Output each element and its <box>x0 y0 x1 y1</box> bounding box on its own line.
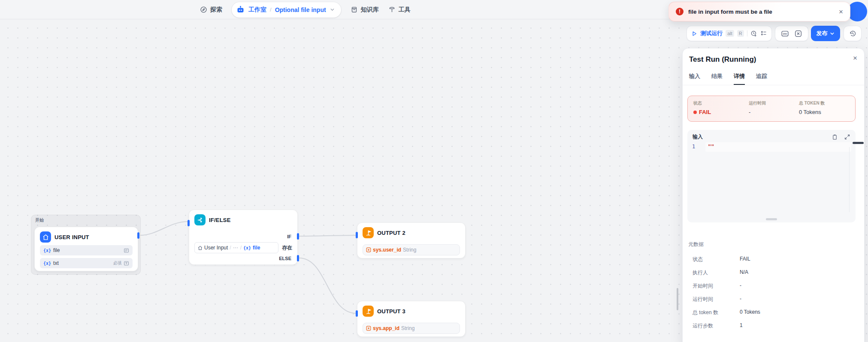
toolbar-divider <box>747 30 747 36</box>
node-ifelse[interactable]: IF/ELSE IF User Input / ⋯ / {x} file 存在 … <box>189 210 298 265</box>
compass-icon <box>200 6 207 13</box>
flag-icon <box>363 227 374 238</box>
play-icon[interactable] <box>691 30 697 37</box>
if-output-port[interactable] <box>297 233 299 240</box>
meta-row-steps: 运行步数 1 <box>693 322 743 330</box>
node-output-3[interactable]: OUTPUT 3 sys.app_id String <box>357 301 466 337</box>
chat-variable-icon[interactable] <box>795 30 802 37</box>
run-history-icon[interactable] <box>750 30 757 37</box>
node-user-input[interactable]: USER INPUT {x} file {x} txt 必填 <box>34 227 138 271</box>
node-ifelse-header: IF/ELSE <box>189 210 297 228</box>
code-content[interactable]: "" <box>708 144 714 150</box>
input-port[interactable] <box>356 310 358 317</box>
code-block-header: 输入 <box>687 130 856 142</box>
tokens-label: 总 TOKEN 数 <box>799 100 850 106</box>
tabs-divider <box>683 85 864 85</box>
variable-badge-icon: {x} <box>43 248 51 253</box>
output2-variable-row: sys.user_id String <box>363 244 460 255</box>
metadata-title: 元数据 <box>688 241 704 248</box>
meta-label: 总 token 数 <box>693 309 740 316</box>
chevron-down-icon <box>829 31 835 36</box>
meta-row-start-time: 开始时间 - <box>693 282 741 290</box>
editor-scrollbar-thumb[interactable] <box>853 142 864 144</box>
meta-label: 执行人 <box>693 269 740 276</box>
output-port[interactable] <box>137 232 139 239</box>
node-ifelse-title: IF/ELSE <box>209 217 231 223</box>
copy-icon[interactable] <box>832 134 838 140</box>
kbd-alt: alt <box>726 30 734 37</box>
node-output3-title: OUTPUT 3 <box>377 308 405 315</box>
node-user-input-header: USER INPUT <box>35 227 138 245</box>
tab-tracing[interactable]: 追踪 <box>756 72 767 85</box>
hammer-icon <box>388 6 396 13</box>
condition-separator: / <box>230 245 231 251</box>
var-name-txt: txt <box>53 260 59 266</box>
required-label: 必填 <box>113 260 122 266</box>
meta-label: 开始时间 <box>693 282 740 290</box>
panel-title: Test Run (Running) <box>689 55 756 64</box>
variable-badge-icon: {x} <box>243 246 251 250</box>
input-port[interactable] <box>188 220 190 226</box>
version-history-group <box>844 26 862 41</box>
node-output3-header: OUTPUT 3 <box>357 301 465 319</box>
editor-scroll-track <box>849 147 850 212</box>
breadcrumb-separator: / <box>270 6 272 13</box>
node-output-2[interactable]: OUTPUT 2 sys.user_id String <box>357 222 466 258</box>
node-output2-header: OUTPUT 2 <box>357 223 465 241</box>
toast-close-icon[interactable]: × <box>839 8 843 15</box>
publish-button[interactable]: 发布 <box>811 26 840 41</box>
text-input-icon <box>124 261 129 266</box>
condition-separator: / <box>240 245 242 251</box>
status-label: 状态 <box>693 100 749 106</box>
active-line-highlight <box>705 142 851 152</box>
nav-knowledge-label: 知识库 <box>361 6 379 14</box>
panel-close-icon[interactable]: × <box>853 54 857 62</box>
condition-operator: 存在 <box>282 244 292 252</box>
meta-value: 1 <box>740 322 743 330</box>
if-branch-label: IF <box>287 234 291 239</box>
branch-icon <box>194 214 206 225</box>
nav-knowledge[interactable]: 知识库 <box>351 6 379 14</box>
nav-tools[interactable]: 工具 <box>388 6 411 14</box>
else-output-port[interactable] <box>297 255 299 261</box>
fail-dot-icon <box>693 111 697 114</box>
checklist-icon[interactable] <box>760 30 767 37</box>
tab-detail[interactable]: 详情 <box>734 72 745 85</box>
meta-value: N/A <box>740 269 748 276</box>
test-run-button[interactable]: 测试运行 <box>700 30 723 37</box>
expand-icon[interactable] <box>844 134 850 140</box>
tab-result[interactable]: 结果 <box>711 72 723 85</box>
main-nav: 探索 工作室 / Optional file input 知识库 工具 <box>200 0 411 19</box>
meta-row-status: 状态 FAIL <box>693 256 750 263</box>
version-history-icon[interactable] <box>849 30 856 37</box>
tab-input[interactable]: 输入 <box>689 72 700 85</box>
condition-source: User Input <box>204 245 228 251</box>
meta-row-total-tokens: 总 token 数 0 Tokens <box>693 309 760 316</box>
node-user-input-title: USER INPUT <box>54 234 89 240</box>
input-code-block[interactable]: 输入 1 "" <box>687 130 856 222</box>
input-port[interactable] <box>356 232 358 238</box>
input-block-title: 输入 <box>693 133 826 141</box>
tokens-value: 0 Tokens <box>799 109 850 115</box>
nav-explore-label: 探索 <box>210 6 222 14</box>
else-branch-label: ELSE <box>279 256 291 261</box>
meta-label: 运行步数 <box>693 322 740 330</box>
test-run-panel: Test Run (Running) × 输入 结果 详情 追踪 状态 FAIL… <box>682 48 865 342</box>
nav-explore[interactable]: 探索 <box>200 6 222 14</box>
env-variables-icon[interactable]: ENV <box>781 30 789 37</box>
resize-handle[interactable] <box>766 218 777 220</box>
output3-variable: sys.app_id <box>373 325 399 331</box>
home-icon <box>198 246 203 250</box>
status-value: FAIL <box>693 109 749 115</box>
nav-studio-pill[interactable]: 工作室 / Optional file input <box>232 2 341 18</box>
meta-row-duration: 运行时间 - <box>693 296 741 303</box>
node-output2-title: OUTPUT 2 <box>377 230 405 236</box>
input-var-row-file: {x} file <box>40 245 133 255</box>
robot-icon <box>236 5 245 14</box>
chevron-down-icon[interactable] <box>330 7 335 12</box>
kbd-r: R <box>737 30 744 37</box>
home-icon <box>40 231 51 243</box>
panel-scrollbar-thumb[interactable] <box>677 288 678 310</box>
toast-message: file in input form must be a file <box>688 9 834 15</box>
variable-badge-icon: {x} <box>43 261 51 266</box>
